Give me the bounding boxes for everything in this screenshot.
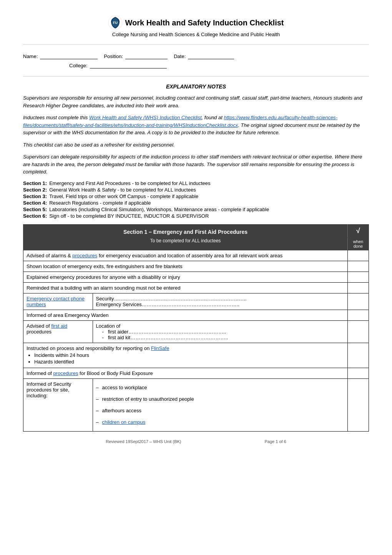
row9-check[interactable] <box>348 368 369 378</box>
position-input[interactable] <box>125 52 168 59</box>
first-aid-link[interactable]: first aid <box>51 323 67 329</box>
section1-title: Section 1 – Emergency and First Aid Proc… <box>23 224 348 237</box>
emergency-contact-link[interactable]: Emergency contact phone numbers <box>27 296 85 307</box>
table-row: Informed of area Emergency Warden <box>23 310 369 320</box>
row7-check[interactable] <box>348 320 369 343</box>
position-field-group: Position: <box>104 52 168 59</box>
date-input[interactable] <box>188 52 234 59</box>
inner-table-security: Informed of Security procedures for site… <box>23 379 347 431</box>
explanatory-para1: Supervisors are responsible for ensuring… <box>23 94 369 109</box>
inner-table-emergency: Emergency contact phone numbers Security… <box>23 293 347 310</box>
table-row: Reminded that a building with an alarm s… <box>23 282 369 293</box>
page-header: FU Work Health and Safety Induction Chec… <box>23 15 369 37</box>
college-label: College: <box>69 63 88 68</box>
university-logo: FU <box>108 15 123 30</box>
section-text: Travel, Field trips or other work Off Ca… <box>49 193 198 199</box>
children-on-campus-link[interactable]: children on campus <box>102 419 146 425</box>
row6-text: Informed of area Emergency Warden <box>23 310 348 320</box>
firstaid-label: Advised of first aid procedures <box>23 321 93 343</box>
security-item-2: restriction of entry to unauthorized peo… <box>96 394 345 404</box>
college-input[interactable] <box>90 62 167 68</box>
position-label: Position: <box>104 53 123 59</box>
section-num: Section 1: <box>23 180 47 186</box>
security-items: access to workplace restriction of entry… <box>93 379 347 431</box>
section-text: Laboratories (including Clinical Simulat… <box>49 207 269 212</box>
firstaid-content: Location of - first aider………………………………………… <box>93 321 347 343</box>
date-label: Date: <box>174 53 186 59</box>
section-list-item: Section 6:Sign off - to be completed BY … <box>23 213 369 219</box>
section-list-item: Section 4:Research Regulations - complet… <box>23 200 369 206</box>
row8-check[interactable] <box>348 343 369 368</box>
college-field-group: College: <box>69 62 369 68</box>
row10-check[interactable] <box>348 378 369 431</box>
form-fields-row: Name: Position: Date: <box>23 52 369 59</box>
section1-checkmark: √ <box>348 224 369 237</box>
section1-subtitle: To be completed for ALL inductees <box>23 237 348 250</box>
para2-before: Inductees must complete this <box>23 115 89 120</box>
section-list-item: Section 5:Laboratories (including Clinic… <box>23 207 369 212</box>
row3-check[interactable] <box>348 272 369 282</box>
procedures-link-1[interactable]: procedures <box>72 253 97 258</box>
name-label: Name: <box>23 53 38 59</box>
table-row: Informed of procedures for Blood or Body… <box>23 368 369 378</box>
security-item-3: afterhours access <box>96 406 345 416</box>
svg-text:FU: FU <box>113 21 118 25</box>
security-item-1: access to workplace <box>96 383 345 393</box>
security-dash-list: access to workplace restriction of entry… <box>96 383 345 427</box>
table-row: Advised of first aid procedures Location… <box>23 320 369 343</box>
section-list-item: Section 1:Emergency and First Aid Proced… <box>23 180 369 186</box>
explanatory-para4: Supervisors can delegate responsibility … <box>23 153 369 176</box>
section-text: Research Regulations - complete if appli… <box>49 200 151 206</box>
emergency-contact-numbers: Security…………………………………………………………………….. Eme… <box>93 293 347 310</box>
row9-text: Informed of procedures for Blood or Body… <box>23 368 348 378</box>
table-row: Instructed on process and responsibility… <box>23 343 369 368</box>
section-num: Section 2: <box>23 187 47 193</box>
inner-row: Emergency contact phone numbers Security… <box>23 293 347 310</box>
section-list-item: Section 3:Travel, Field trips or other w… <box>23 193 369 199</box>
footer-reviewed: Reviewed 19Sept2017 – WHS Unit (BK) <box>106 439 181 444</box>
footer-page: Page 1 of 6 <box>264 439 286 444</box>
section1-title-text: Section 1 – Emergency and First Aid Proc… <box>123 229 247 235</box>
security-item-4: children on campus <box>96 417 345 427</box>
section-text: Emergency and First Aid Procedures - to … <box>49 180 210 186</box>
para2-middle: , found at <box>202 115 224 120</box>
row6-check[interactable] <box>348 310 369 320</box>
section-text: Sign off - to be completed BY INDUCTEE, … <box>49 213 209 219</box>
section-text: General Work Health & Safety - to be com… <box>49 187 196 193</box>
explanatory-para3: This checklist can also be used as a ref… <box>23 141 369 149</box>
inner-table-firstaid: Advised of first aid procedures Location… <box>23 321 347 343</box>
row4-text: Reminded that a building with an alarm s… <box>23 282 348 293</box>
procedures-link-2[interactable]: procedures <box>53 370 78 376</box>
explanatory-para2: Inductees must complete this Work Health… <box>23 114 369 137</box>
row2-check[interactable] <box>348 261 369 272</box>
flinsafe-link[interactable]: FlinSafe <box>151 345 169 351</box>
name-field-group: Name: <box>23 52 98 59</box>
page-footer: Reviewed 19Sept2017 – WHS Unit (BK) Page… <box>23 439 369 444</box>
whs-checklist-link[interactable]: Work Health and Safety (WHS) Induction C… <box>89 115 202 120</box>
row1-check[interactable] <box>348 250 369 261</box>
header-subtitle: College Nursing and Health Sciences & Co… <box>23 32 369 37</box>
sections-overview: Section 1:Emergency and First Aid Proced… <box>23 180 369 219</box>
section1-subheader-row: To be completed for ALL inductees when d… <box>23 237 369 250</box>
row4-check[interactable] <box>348 282 369 293</box>
date-field-group: Date: <box>174 52 234 59</box>
explanatory-title: EXPLANATORY NOTES <box>23 83 369 90</box>
section-num: Section 6: <box>23 213 47 219</box>
name-input[interactable] <box>40 52 98 59</box>
table-row: Advised of alarms & procedures for emerg… <box>23 250 369 261</box>
section1-header-row: Section 1 – Emergency and First Aid Proc… <box>23 224 369 237</box>
flinsafe-bullets: Incidents within 24 hours Hazards identi… <box>34 352 344 365</box>
bullet-incidents: Incidents within 24 hours <box>34 352 344 358</box>
section1-table: Section 1 – Emergency and First Aid Proc… <box>23 224 369 432</box>
emergency-contact-label: Emergency contact phone numbers <box>23 293 93 310</box>
inner-row: Advised of first aid procedures Location… <box>23 321 347 343</box>
section-num: Section 4: <box>23 200 47 206</box>
row2-text: Shown location of emergency exits, fire … <box>23 261 348 272</box>
section-list-item: Section 2:General Work Health & Safety -… <box>23 187 369 193</box>
row1-text: Advised of alarms & procedures for emerg… <box>23 250 348 261</box>
page-title: Work Health and Safety Induction Checkli… <box>125 18 284 27</box>
row5-check[interactable] <box>348 293 369 310</box>
row3-text: Explained emergency procedures for anyon… <box>23 272 348 282</box>
table-row: Explained emergency procedures for anyon… <box>23 272 369 282</box>
inner-row: Informed of Security procedures for site… <box>23 379 347 431</box>
